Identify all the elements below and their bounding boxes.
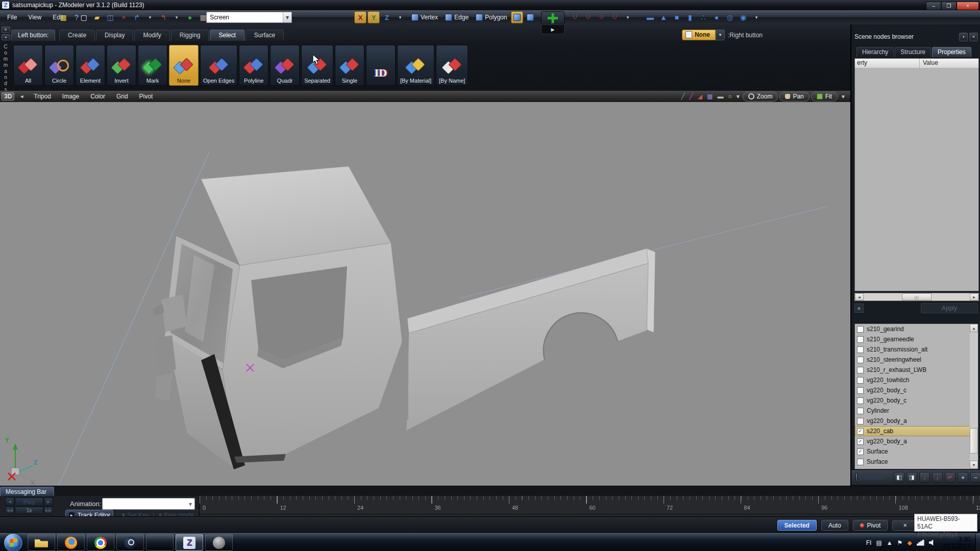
menu-file[interactable]: File <box>2 10 22 24</box>
node-checkbox[interactable] <box>857 418 864 424</box>
geosphere-primitive-button[interactable]: ◉ <box>737 11 749 23</box>
right-button-dropdown-icon[interactable]: ▼ <box>716 30 725 40</box>
wire-color-icon[interactable]: ╱ <box>688 93 695 100</box>
panel-close-icon[interactable]: × <box>969 33 978 41</box>
cone-primitive-button[interactable]: ▲ <box>657 11 670 23</box>
scene-node-row[interactable]: vg220_body_c <box>855 385 970 395</box>
scene-node-row[interactable]: s210_gearind <box>855 324 970 334</box>
value-column-header[interactable]: Value <box>920 59 978 68</box>
ribbon-button-single[interactable]: Single <box>335 45 364 86</box>
view-back-icon[interactable]: ◄ <box>19 94 24 99</box>
material-editor-button[interactable]: ● <box>184 11 196 23</box>
poly-mode-a-button[interactable] <box>511 11 523 23</box>
move-down-button[interactable]: ↓ <box>919 472 930 483</box>
viewport-menu-pivot[interactable]: Pivot <box>134 93 159 100</box>
draw-style-icon[interactable]: ╱ <box>679 93 686 100</box>
node-list-scrollbar[interactable]: ▲ ▼ <box>970 323 978 469</box>
right-button-none[interactable]: None <box>682 30 716 40</box>
pan-button[interactable]: Pan <box>779 92 809 102</box>
fit-button[interactable]: Fit <box>811 92 838 102</box>
node-checkbox[interactable] <box>857 357 864 363</box>
node-checkbox[interactable] <box>857 397 864 404</box>
node-checkbox[interactable] <box>857 326 864 333</box>
ribbon-button-by-name[interactable]: [By Name] <box>436 45 468 86</box>
horizontal-scrollbar[interactable]: ◄ ||| ► <box>854 293 979 301</box>
ribbon-button-separated[interactable]: Separated <box>301 45 333 86</box>
render-settings-icon[interactable]: ▩ <box>57 11 69 23</box>
volume-icon[interactable] <box>929 539 936 546</box>
start-button[interactable] <box>4 534 22 551</box>
scene-node-row[interactable]: s210_transmission_alt <box>855 344 970 355</box>
mode-vertex-button[interactable]: Vertex <box>408 12 441 23</box>
ribbon-button-circle[interactable]: Circle <box>44 45 74 86</box>
tab-properties[interactable]: Properties <box>932 47 971 57</box>
scene-node-row[interactable]: vg220_body_a <box>855 416 970 426</box>
taskbar-app-firefox[interactable] <box>57 534 85 551</box>
fast-forward-button[interactable]: ▶▶ <box>44 507 53 514</box>
ribbon-close-icon[interactable]: × <box>2 27 10 33</box>
view-options-icon[interactable]: ▾ <box>735 93 741 100</box>
list-split-button[interactable]: ◧ <box>894 472 904 483</box>
view-mode-button[interactable]: 3D <box>2 92 14 101</box>
magnet-tool-3-button[interactable]: ∩ <box>595 11 607 23</box>
ribbon-button-by-material[interactable]: [By Material] <box>397 45 434 86</box>
magnet-tool-2-button[interactable]: ∩ <box>582 11 594 23</box>
texture-toggle-icon[interactable]: ▦ <box>705 93 714 100</box>
maximize-button[interactable]: ❐ <box>941 2 957 10</box>
export-dropdown-button[interactable]: ▾ <box>144 11 156 23</box>
mode-edge-button[interactable]: Edge <box>442 12 472 23</box>
minimize-button[interactable]: – <box>926 2 941 10</box>
tab-structure[interactable]: Structure <box>895 47 931 57</box>
new-file-button[interactable]: ▢ <box>78 11 90 23</box>
remove-node-button[interactable]: − <box>970 472 980 483</box>
ribbon-button-element[interactable]: Element <box>76 45 105 86</box>
points-primitive-button[interactable]: ∴ <box>697 11 709 23</box>
scene-node-row[interactable]: vg220_towhitch <box>855 375 970 385</box>
torus-primitive-button[interactable]: ◎ <box>724 11 736 23</box>
save-button[interactable]: ◫ <box>104 11 116 23</box>
chevron-down-icon[interactable]: ▾ <box>283 12 291 22</box>
plane-primitive-button[interactable]: ▬ <box>644 11 656 23</box>
tab-display[interactable]: Display <box>96 30 133 41</box>
tab-modify[interactable]: Modify <box>134 30 169 41</box>
primitives-dropdown-icon[interactable]: ▾ <box>750 11 763 23</box>
node-checkbox[interactable]: ✓ <box>857 428 864 435</box>
shade-mode-icon[interactable]: ◢ <box>696 93 704 100</box>
axis-y-button[interactable]: Y <box>368 11 380 23</box>
node-checkbox[interactable] <box>857 336 864 343</box>
node-checkbox[interactable]: ✓ <box>857 448 864 455</box>
ribbon-button-mark[interactable]: Mark <box>138 45 167 86</box>
scroll-down-icon[interactable]: ▼ <box>970 461 978 469</box>
animation-dropdown[interactable]: ▾ <box>102 498 195 510</box>
taskbar-app-calculator[interactable] <box>146 534 174 551</box>
keyboard-icon[interactable]: ▤ <box>876 539 881 546</box>
close-button[interactable]: × <box>957 2 979 10</box>
tab-hierarchy[interactable]: Hierarchy <box>856 47 894 57</box>
isolated-mode-icon[interactable] <box>855 473 857 482</box>
pivot-button[interactable]: Pivot <box>853 520 888 531</box>
list-pane-button[interactable]: ◨ <box>906 472 917 483</box>
tab-select[interactable]: Select <box>210 30 244 41</box>
ribbon-pin-icon[interactable]: ▪ <box>2 34 10 40</box>
scene-node-row[interactable]: s210_gearneedle <box>855 334 970 344</box>
move-tool-button[interactable] <box>541 11 565 25</box>
node-checkbox[interactable]: ✓ <box>857 438 864 445</box>
avast-icon[interactable]: ◆ <box>907 539 912 546</box>
delete-button[interactable]: × <box>117 11 130 23</box>
menu-view[interactable]: View <box>23 10 46 24</box>
ribbon-button-polyline[interactable]: Polyline <box>239 45 268 86</box>
sphere-primitive-button[interactable]: ● <box>710 11 723 23</box>
taskbar-app-explorer[interactable] <box>28 534 55 551</box>
panel-footer-icon[interactable]: ◆ <box>854 304 864 313</box>
play-button[interactable]: Play <box>15 497 43 506</box>
tab-create[interactable]: Create <box>59 30 95 41</box>
ribbon-button-quadr[interactable]: Quadr <box>270 45 300 86</box>
screen-dropdown[interactable]: Screen ▾ <box>206 12 292 23</box>
selected-mode-button[interactable]: Selected <box>777 520 817 531</box>
auto-button[interactable]: Auto <box>821 520 848 531</box>
ribbon-button-none[interactable]: None <box>169 45 199 86</box>
apply-button[interactable]: Apply <box>921 303 978 313</box>
ribbon-button-invert[interactable]: Invert <box>107 45 136 86</box>
scrollbar-thumb[interactable]: ||| <box>902 293 932 300</box>
scene-node-row[interactable]: Surface <box>855 457 970 467</box>
